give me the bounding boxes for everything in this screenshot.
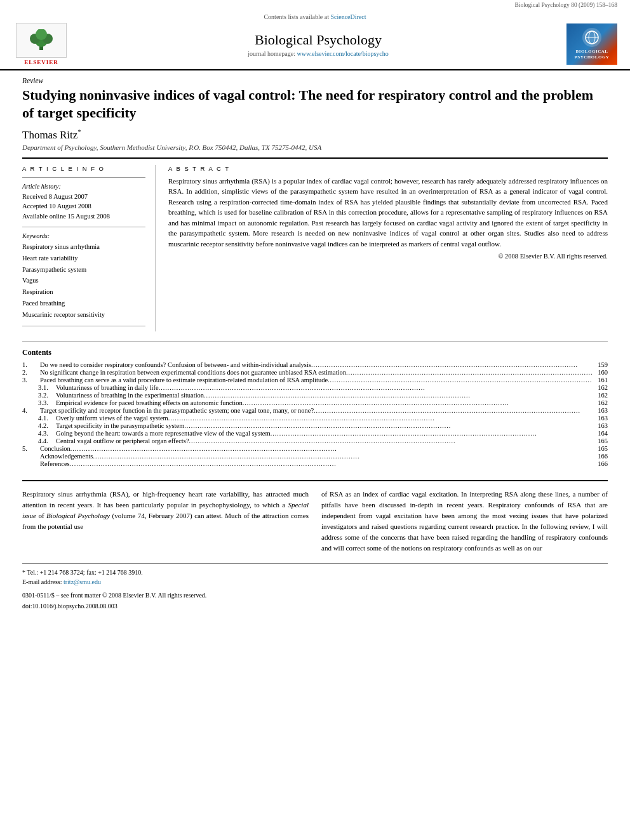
toc-page: 160 [592,369,608,376]
toc-dots: ........................................… [159,384,592,391]
toc-row: 5. Conclusion ..........................… [22,445,608,452]
contents-heading: Contents [22,348,608,357]
toc-dots: ........................................… [314,407,592,414]
toc-row: 2. No significant change in respiration … [22,369,608,376]
author-sup: * [77,128,81,135]
keyword-item: Parasympathetic system [22,264,145,276]
toc-container: 1. Do we need to consider respiratory co… [22,361,608,467]
toc-dots: ........................................… [243,399,592,406]
toc-dots: ........................................… [184,422,592,429]
journal-header: Contents lists available at ScienceDirec… [0,8,630,70]
homepage-url[interactable]: www.elsevier.com/locate/biopsycho [297,50,388,57]
toc-num: 4.3. [38,430,56,437]
toc-title: Conclusion [40,445,70,452]
toc-title: Overly uniform views of the vagal system [56,415,168,422]
elsevier-logo-container: ELSEVIER [13,23,70,65]
toc-row: 3. Paced breathing can serve as a valid … [22,377,608,383]
toc-title: Voluntariness of breathing in the experi… [56,392,204,399]
toc-row: 4.3. Going beyond the heart: towards a m… [22,430,608,437]
journal-center: Biological Psychology journal homepage: … [70,32,566,57]
article-info-right: A B S T R A C T Respiratory sinus arrhyt… [168,165,608,331]
toc-title: Target specificity and receptor function… [40,407,314,414]
toc-title: References [40,460,70,467]
contents-section: Contents 1. Do we need to consider respi… [22,341,608,467]
toc-num: 3.3. [38,399,56,406]
sciencedirect-link[interactable]: ScienceDirect [330,13,366,20]
keywords-section: Keywords: Respiratory sinus arrhythmiaHe… [22,232,145,321]
keyword-item: Paced breathing [22,298,145,309]
toc-num: 4. [22,407,40,414]
bottom-right: of RSA as an index of cardiac vagal exci… [321,489,608,554]
toc-num: 3. [22,377,40,383]
toc-dots: ........................................… [271,430,592,437]
toc-page: 166 [592,453,608,460]
body-left-text: Respiratory sinus arrhythmia (RSA), or h… [22,490,309,530]
toc-title: Empirical evidence for paced breathing e… [56,399,243,406]
article-info-left: A R T I C L E I N F O Article history: R… [22,165,156,331]
toc-page: 165 [592,445,608,452]
keyword-item: Respiratory sinus arrhythmia [22,241,145,253]
toc-dots: ........................................… [328,377,592,383]
abstract-heading: A B S T R A C T [168,165,608,172]
toc-num: 4.2. [38,422,56,429]
keyword-item: Heart rate variability [22,253,145,264]
keyword-item: Muscarinic receptor sensitivity [22,309,145,321]
toc-dots: ........................................… [168,415,592,422]
keywords-heading: Keywords: [22,232,145,239]
journal-header-inner: ELSEVIER Biological Psychology journal h… [13,23,617,65]
citation-text: Biological Psychology 80 (2009) 158–168 [515,2,618,8]
divider1 [22,177,145,178]
toc-page: 164 [592,430,608,437]
toc-num: 4.4. [38,437,56,444]
toc-title: Going beyond the heart: towards a more r… [56,430,271,437]
toc-row: 4.4. Central vagal outflow or peripheral… [22,437,608,444]
homepage-label: journal homepage: [248,50,295,57]
toc-num: 3.1. [38,384,56,391]
section-label: Review [22,77,608,84]
citation-line: Biological Psychology 80 (2009) 158–168 [0,0,630,8]
toc-row: 3.1. Voluntariness of breathing in daily… [22,384,608,391]
divider3 [22,326,145,326]
toc-page: 161 [592,377,608,383]
accepted-date: Accepted 10 August 2008 [22,201,145,211]
toc-page: 163 [592,407,608,414]
toc-page: 162 [592,392,608,399]
email-label: E-mail address: [22,578,62,585]
toc-dots: ........................................… [204,392,592,399]
copyright-line: © 2008 Elsevier B.V. All rights reserved… [168,253,608,260]
divider-thick [22,157,608,159]
email-link[interactable]: tritz@smu.edu [64,578,101,585]
footnote-issn: 0301-0511/$ – see front matter © 2008 El… [22,590,608,600]
toc-dots: ........................................… [70,445,592,452]
footnote-email: E-mail address: tritz@smu.edu [22,577,608,587]
toc-dots: ........................................… [346,369,592,376]
toc-dots: ........................................… [93,453,592,460]
article-history-label: Article history: [22,183,145,190]
toc-row: 4.2. Target specificity in the parasympa… [22,422,608,429]
footnote-section: * Tel.: +1 214 768 3724; fax: +1 214 768… [22,563,608,610]
body-text-left: Respiratory sinus arrhythmia (RSA), or h… [22,489,309,532]
bio-psych-logo: BIOLOGICALPSYCHOLOGY [566,23,617,65]
bio-psych-text: BIOLOGICALPSYCHOLOGY [575,49,610,60]
toc-row: 3.2. Voluntariness of breathing in the e… [22,392,608,399]
toc-title: No significant change in respiration bet… [40,369,346,376]
keyword-item: Respiration [22,286,145,298]
toc-page: 165 [592,437,608,444]
toc-row: 3.3. Empirical evidence for paced breath… [22,399,608,406]
elsevier-logo [16,23,67,58]
affiliation: Department of Psychology, Southern Metho… [22,143,608,151]
journal-top-line: Contents lists available at ScienceDirec… [13,13,617,20]
abstract-text: Respiratory sinus arrhythmia (RSA) is a … [168,176,608,250]
toc-dots: ........................................… [311,361,592,368]
main-content: Review Studying noninvasive indices of v… [0,70,630,622]
bio-psych-icon [582,28,601,47]
toc-row: Acknowledgements .......................… [22,453,608,460]
toc-num: 3.2. [38,392,56,399]
article-title: Studying noninvasive indices of vagal co… [22,86,608,121]
toc-title: Do we need to consider respiratory confo… [40,361,311,368]
body-text-right: of RSA as an index of cardiac vagal exci… [321,489,608,554]
toc-row: References .............................… [22,460,608,467]
toc-page: 162 [592,399,608,406]
footnote-tel: * Tel.: +1 214 768 3724; fax: +1 214 768… [22,568,608,577]
bottom-section: Respiratory sinus arrhythmia (RSA), or h… [22,480,608,554]
